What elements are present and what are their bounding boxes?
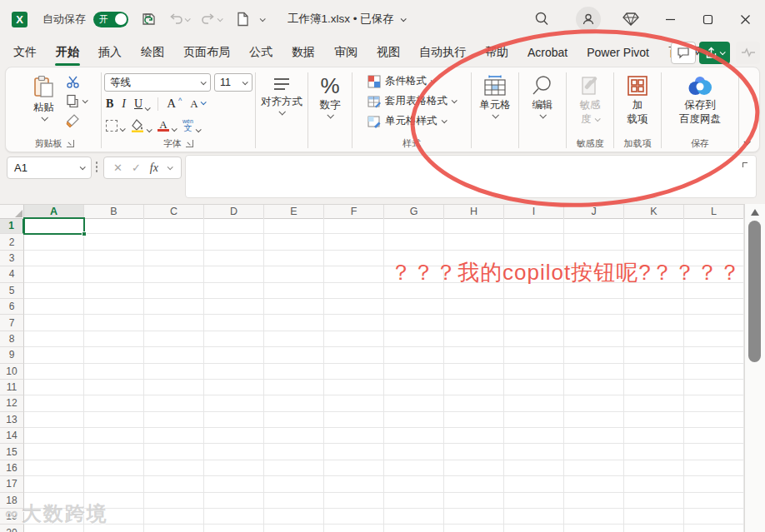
cell-H9[interactable] bbox=[444, 347, 504, 363]
cell-F18[interactable] bbox=[324, 493, 384, 509]
cell-K17[interactable] bbox=[624, 476, 684, 492]
cell-G9[interactable] bbox=[384, 347, 444, 363]
column-header-D[interactable]: D bbox=[204, 205, 264, 219]
cell-B8[interactable] bbox=[84, 331, 144, 347]
row-header-4[interactable]: 4 bbox=[0, 266, 24, 282]
cell-K15[interactable] bbox=[624, 444, 684, 460]
cell-H12[interactable] bbox=[444, 395, 504, 411]
cell-E15[interactable] bbox=[264, 444, 324, 460]
cell-F6[interactable] bbox=[324, 299, 384, 315]
tab-insert[interactable]: 插入 bbox=[98, 45, 122, 60]
cell-A9[interactable] bbox=[24, 347, 84, 363]
tab-data[interactable]: 数据 bbox=[292, 45, 315, 60]
cell-C16[interactable] bbox=[144, 460, 204, 476]
tab-formulas[interactable]: 公式 bbox=[249, 45, 272, 60]
redo-button[interactable] bbox=[201, 12, 222, 26]
cell-H2[interactable] bbox=[444, 234, 504, 250]
cell-K8[interactable] bbox=[624, 331, 684, 347]
cell-H18[interactable] bbox=[444, 493, 504, 509]
cell-K13[interactable] bbox=[624, 412, 684, 428]
cell-B5[interactable] bbox=[84, 283, 144, 299]
fill-color-button[interactable] bbox=[131, 119, 151, 132]
cell-D13[interactable] bbox=[204, 412, 264, 428]
cell-J20[interactable] bbox=[564, 525, 624, 532]
cell-L7[interactable] bbox=[684, 315, 744, 331]
cell-C6[interactable] bbox=[144, 299, 204, 315]
undo-button[interactable] bbox=[168, 12, 189, 26]
cell-D12[interactable] bbox=[204, 395, 264, 411]
cell-K20[interactable] bbox=[624, 525, 684, 532]
cell-L12[interactable] bbox=[684, 395, 744, 411]
cell-I11[interactable] bbox=[504, 380, 564, 395]
cell-J6[interactable] bbox=[564, 299, 624, 315]
cell-D7[interactable] bbox=[204, 315, 264, 331]
font-color-button[interactable]: A bbox=[158, 120, 176, 132]
cell-K19[interactable] bbox=[624, 509, 684, 525]
cell-I19[interactable] bbox=[504, 509, 564, 525]
cell-G7[interactable] bbox=[384, 315, 444, 331]
cell-D14[interactable] bbox=[204, 428, 264, 444]
tab-home[interactable]: 开始 bbox=[56, 45, 79, 60]
cell-E17[interactable] bbox=[264, 476, 324, 492]
borders-button[interactable] bbox=[106, 120, 124, 132]
cell-A15[interactable] bbox=[24, 444, 84, 460]
account-avatar[interactable] bbox=[576, 7, 601, 32]
row-header-7[interactable]: 7 bbox=[0, 315, 24, 331]
row-header-14[interactable]: 14 bbox=[0, 428, 24, 444]
row-header-10[interactable]: 10 bbox=[0, 364, 24, 380]
cell-E16[interactable] bbox=[264, 460, 324, 476]
scrollbar-thumb[interactable] bbox=[748, 221, 761, 362]
cell-J12[interactable] bbox=[564, 395, 624, 411]
cell-I6[interactable] bbox=[504, 299, 564, 315]
cell-H16[interactable] bbox=[444, 460, 504, 476]
cell-A2[interactable] bbox=[24, 234, 84, 250]
cell-E12[interactable] bbox=[264, 395, 324, 411]
row-header-2[interactable]: 2 bbox=[0, 234, 24, 250]
cell-L14[interactable] bbox=[684, 428, 744, 444]
cell-L19[interactable] bbox=[684, 509, 744, 525]
cell-H11[interactable] bbox=[444, 380, 504, 395]
cell-H14[interactable] bbox=[444, 428, 504, 444]
cell-G18[interactable] bbox=[384, 493, 444, 509]
cell-F8[interactable] bbox=[324, 331, 384, 347]
cell-F10[interactable] bbox=[324, 364, 384, 380]
qat-customize-chevron-icon[interactable] bbox=[260, 16, 266, 22]
cell-C15[interactable] bbox=[144, 444, 204, 460]
row-header-5[interactable]: 5 bbox=[0, 283, 24, 299]
cell-K9[interactable] bbox=[624, 347, 684, 363]
cell-F13[interactable] bbox=[324, 412, 384, 428]
cell-D2[interactable] bbox=[204, 234, 264, 250]
cancel-entry-button[interactable]: ✕ bbox=[113, 162, 122, 174]
tab-power-pivot[interactable]: Power Pivot bbox=[587, 46, 649, 59]
cell-I15[interactable] bbox=[504, 444, 564, 460]
cell-L13[interactable] bbox=[684, 412, 744, 428]
cell-A12[interactable] bbox=[24, 395, 84, 411]
cell-C3[interactable] bbox=[144, 251, 204, 266]
cell-G20[interactable] bbox=[384, 525, 444, 532]
row-header-12[interactable]: 12 bbox=[0, 395, 24, 411]
cell-B9[interactable] bbox=[84, 347, 144, 363]
cell-G2[interactable] bbox=[384, 234, 444, 250]
cell-G10[interactable] bbox=[384, 364, 444, 380]
cell-L8[interactable] bbox=[684, 331, 744, 347]
row-header-17[interactable]: 17 bbox=[0, 476, 24, 492]
cell-H6[interactable] bbox=[444, 299, 504, 315]
cell-D6[interactable] bbox=[204, 299, 264, 315]
save-button[interactable] bbox=[138, 8, 160, 30]
column-header-E[interactable]: E bbox=[264, 205, 324, 219]
name-box[interactable]: A1 bbox=[7, 157, 92, 179]
row-header-3[interactable]: 3 bbox=[0, 251, 24, 266]
redo-dropdown-chevron-icon[interactable] bbox=[218, 16, 223, 22]
cell-C11[interactable] bbox=[144, 380, 204, 395]
cell-I12[interactable] bbox=[504, 395, 564, 411]
premium-button[interactable] bbox=[619, 8, 642, 30]
cell-K12[interactable] bbox=[624, 395, 684, 411]
cell-F4[interactable] bbox=[324, 266, 384, 282]
cell-E11[interactable] bbox=[264, 380, 324, 395]
cell-F19[interactable] bbox=[324, 509, 384, 525]
cell-A6[interactable] bbox=[24, 299, 84, 315]
cell-C8[interactable] bbox=[144, 331, 204, 347]
cell-I7[interactable] bbox=[504, 315, 564, 331]
cell-E7[interactable] bbox=[264, 315, 324, 331]
cell-E8[interactable] bbox=[264, 331, 324, 347]
